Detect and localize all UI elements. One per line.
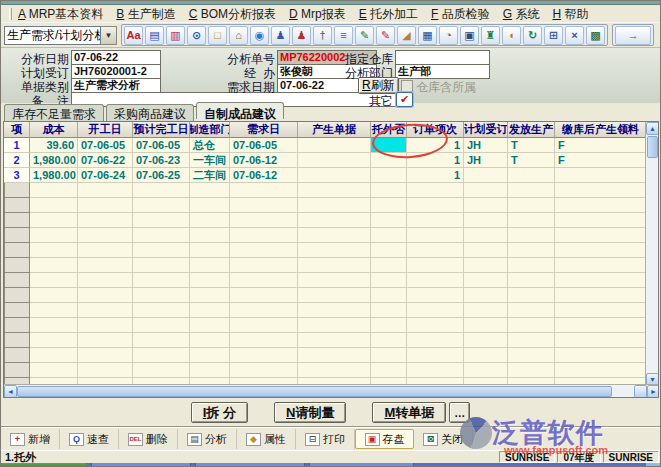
refresh-button[interactable]: R刷新 [358, 77, 399, 94]
module-select[interactable]: 生产需求/计划分析 [4, 26, 101, 45]
vertical-scrollbar[interactable]: ▲ ▼ [645, 122, 658, 386]
column-header-6[interactable]: 产生单据 [298, 122, 371, 138]
globe-icon[interactable]: ◉ [250, 26, 269, 45]
cell: 总仓 [190, 138, 230, 153]
delete-button[interactable]: DEL删除 [119, 429, 178, 449]
user-icon[interactable]: ♟ [271, 26, 290, 45]
empty-cell [508, 183, 555, 198]
new-button[interactable]: +新增 [1, 429, 60, 449]
column-header-0[interactable]: 项 [4, 122, 30, 138]
row-header [4, 243, 30, 258]
menu-item-D[interactable]: D Mrp报表 [289, 6, 346, 23]
tab-0[interactable]: 库存不足量需求 [4, 104, 104, 121]
plan-order-field[interactable]: JH76020001-2 [71, 64, 161, 79]
empty-cell [407, 183, 464, 198]
edit-pencil-icon[interactable]: ✎ [355, 26, 374, 45]
cascade-window-icon[interactable]: ▩ [586, 26, 605, 45]
report-icon[interactable]: ≡ [334, 26, 353, 45]
taskbar-item[interactable] [195, 463, 305, 467]
table-row-2[interactable]: 21,980.0007-06-2207-06-23一车间07-06-121JHT… [4, 153, 647, 168]
start-button[interactable] [1, 463, 87, 467]
menu-item-B[interactable]: B 生产制造 [116, 6, 175, 23]
preview-icon[interactable]: ⊙ [187, 26, 206, 45]
empty-cell [555, 213, 647, 228]
scroll-right-icon[interactable]: ► [647, 385, 659, 398]
column-header-5[interactable]: 需求日 [230, 122, 298, 138]
print-button[interactable]: ⊟打印 [296, 429, 355, 449]
empty-cell [30, 303, 78, 318]
monitor-icon[interactable]: ▣ [460, 26, 479, 45]
table-row-3[interactable]: 31,980.0007-06-2407-06-25二车间07-06-121 [4, 168, 647, 183]
briefcase-icon[interactable]: ⌂ [229, 26, 248, 45]
column-header-9[interactable]: 计划受订 [464, 122, 508, 138]
tab-2[interactable]: 自制成品建议 [196, 102, 284, 119]
vscroll-thumb[interactable] [647, 136, 658, 158]
copy-doc-icon[interactable]: ▤ [145, 26, 164, 45]
edit-pencil-red-icon[interactable]: ✎ [376, 26, 395, 45]
table-row-1[interactable]: 139.6007-06-0507-06-05总仓07-06-051JHTF [4, 138, 647, 153]
font-find-icon[interactable]: Aa [124, 26, 143, 45]
eraser-icon[interactable]: ◢ [397, 26, 416, 45]
close-window-icon[interactable]: × [565, 26, 584, 45]
column-header-2[interactable]: 开工日 [78, 122, 133, 138]
menu-item-H[interactable]: H 帮助 [552, 6, 588, 23]
exit-icon[interactable]: → [615, 26, 651, 45]
quick-search-button[interactable]: Ϙ速查 [60, 429, 119, 449]
column-header-8[interactable]: 订单项次 [407, 122, 464, 138]
column-header-1[interactable]: 成本 [30, 122, 78, 138]
speaker-icon[interactable]: ◖ [502, 26, 521, 45]
table-icon[interactable]: ▦ [418, 26, 437, 45]
other-checkbox[interactable]: ✔ [396, 92, 413, 107]
department-field[interactable]: 生产部 [395, 64, 490, 79]
user-red-icon[interactable]: ♟ [292, 26, 311, 45]
transfer-doc-button[interactable]: M转单据 [372, 402, 446, 423]
request-qty-button[interactable]: N请制量 [274, 402, 346, 423]
column-header-3[interactable]: 预计完工日 [133, 122, 190, 138]
scroll-left-icon[interactable]: ◄ [4, 385, 17, 398]
empty-cell [133, 333, 190, 348]
cell [464, 168, 508, 183]
save-button[interactable]: ▣存盘 [355, 429, 414, 449]
split-button[interactable]: I拆 分 [191, 402, 248, 423]
column-header-10[interactable]: 发放生产 [508, 122, 555, 138]
horizontal-scrollbar[interactable]: ◄ ► [4, 384, 659, 397]
menu-item-C[interactable]: C BOM分析报表 [189, 6, 276, 23]
menu-item-F[interactable]: F 品质检验 [431, 6, 490, 23]
org-tree-icon[interactable]: ♜ [481, 26, 500, 45]
button-label: 属性 [264, 432, 286, 447]
properties-button[interactable]: ◆属性 [237, 429, 296, 449]
hscroll-thumb[interactable] [17, 386, 612, 397]
new-window-icon[interactable]: ⊞ [544, 26, 563, 45]
doc-type-field[interactable]: 生产需求分析 [71, 78, 161, 93]
column-header-4[interactable]: 制造部门 [190, 122, 230, 138]
column-header-7[interactable]: 托外否 [371, 122, 407, 138]
recycle-icon[interactable]: ↻ [523, 26, 542, 45]
warehouse-include-checkbox[interactable] [401, 80, 413, 92]
scroll-up-icon[interactable]: ▲ [646, 122, 659, 135]
more-button[interactable]: … [449, 402, 470, 423]
menu-item-G[interactable]: G 系统 [503, 6, 540, 23]
doc-type-label: 单据类别 [9, 80, 69, 94]
analysis-date-field[interactable]: 07-06-22 [71, 50, 161, 65]
book-icon[interactable]: ▥ [166, 26, 185, 45]
cell: 07-06-12 [230, 153, 298, 168]
menu-item-A[interactable]: A MRP基本资料 [18, 6, 103, 23]
cell: 07-06-22 [78, 153, 133, 168]
pin-icon[interactable]: † [313, 26, 332, 45]
close-button[interactable]: ⊠关闭 [414, 429, 473, 449]
module-select-arrow-icon[interactable]: ▼ [101, 26, 117, 45]
pie-chart-icon[interactable]: ◔ [439, 26, 458, 45]
cell: 2 [4, 153, 30, 168]
row-header [4, 303, 30, 318]
column-header-11[interactable]: 缴库后产生领料 [555, 122, 647, 138]
tab-1[interactable]: 采购商品建议 [106, 104, 194, 121]
taskbar-item[interactable] [309, 463, 414, 467]
scroll-mid-icon[interactable] [634, 385, 647, 398]
row-header [4, 183, 30, 198]
taskbar-item[interactable] [91, 463, 191, 467]
menu-item-E[interactable]: E 托外加工 [359, 6, 418, 23]
document-icon[interactable]: □ [208, 26, 227, 45]
analyze-button[interactable]: ▤分析 [178, 429, 237, 449]
analysis-date-label: 分析日期 [9, 52, 69, 66]
warehouse-field[interactable] [395, 50, 490, 65]
